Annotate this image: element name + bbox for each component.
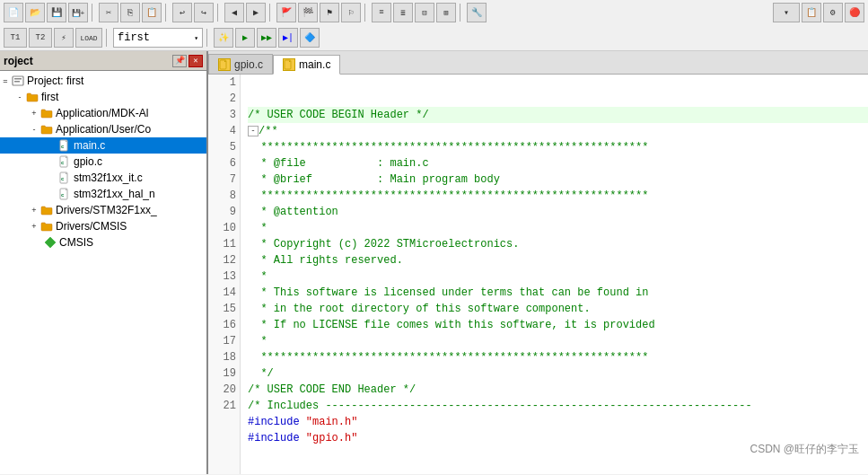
code-text-8: * <box>248 220 267 236</box>
tree-item-main-c[interactable]: cmain.c <box>0 137 206 154</box>
tree-item-stm32-hal[interactable]: cstm32f1xx_hal_n <box>0 186 206 202</box>
code-line-12: * This software is licensed under terms … <box>248 285 868 301</box>
tree-icon-stm32-it: c <box>57 171 72 185</box>
forward-btn[interactable]: ▶ <box>246 3 266 22</box>
tree-item-drivers-cmsis[interactable]: +Drivers/CMSIS <box>0 218 206 234</box>
line-number-11: 11 <box>208 236 236 252</box>
tree-item-app-mdk[interactable]: +Application/MDK-Al <box>0 105 206 121</box>
tree-expand-app-mdk[interactable]: + <box>29 108 39 119</box>
tree-item-first[interactable]: -first <box>0 89 206 105</box>
code-line-14: * If no LICENSE file comes with this sof… <box>248 317 868 333</box>
tab-main[interactable]: main.c <box>273 55 340 75</box>
code-line-17: */ <box>248 365 868 382</box>
align3-btn[interactable]: ⊟ <box>415 3 434 22</box>
flash-btn[interactable]: ⚡ <box>54 28 74 48</box>
tab-icon-main <box>283 58 295 71</box>
line-number-20: 20 <box>208 382 236 398</box>
run4-btn[interactable]: 🔷 <box>300 28 320 48</box>
code-line-20: #include "main.h" <box>248 414 868 430</box>
sep4 <box>269 4 273 22</box>
code-text-2: /** <box>259 123 278 139</box>
tree-icon-gpio-c: c <box>57 154 72 169</box>
tree-expand-root[interactable]: = <box>0 75 11 86</box>
sep3 <box>217 4 221 22</box>
magic-btn[interactable]: ✨ <box>214 28 233 48</box>
line-number-18: 18 <box>208 349 236 365</box>
run-btn[interactable]: ▶ <box>235 28 255 48</box>
tree-icon-drivers-cmsis <box>39 219 54 233</box>
paste-btn[interactable]: 📋 <box>142 3 162 22</box>
bookmark2-btn[interactable]: 🏁 <box>298 3 318 22</box>
line-numbers: 123456789101112131415161718192021 <box>208 75 241 474</box>
tree-item-root[interactable]: =Project: first <box>0 73 206 89</box>
copy-btn[interactable]: ⎘ <box>120 3 140 22</box>
code-text-10: * All rights reserved. <box>248 252 403 268</box>
build-icon-btn[interactable]: 🔧 <box>467 3 487 22</box>
target-btn2[interactable]: T2 <box>29 28 52 48</box>
bookmark4-btn[interactable]: ⚐ <box>341 3 361 22</box>
tree-label-app-mdk: Application/MDK-Al <box>56 107 148 119</box>
code-text-3: ****************************************… <box>248 139 648 155</box>
bookmark3-btn[interactable]: ⚑ <box>320 3 339 22</box>
panel-pin-button[interactable]: 📌 <box>172 55 187 67</box>
code-text-21: #include "gpio.h" <box>248 430 357 446</box>
sep8 <box>206 29 210 47</box>
sep7 <box>106 29 110 47</box>
tab-gpio[interactable]: gpio.c <box>208 54 273 74</box>
redo-btn[interactable]: ↪ <box>194 3 214 22</box>
tree-icon-cmsis <box>43 235 57 250</box>
target-view-btn[interactable]: ▾ <box>773 3 800 22</box>
tab-label-gpio: gpio.c <box>234 58 263 71</box>
align2-btn[interactable]: ≣ <box>393 3 413 22</box>
panel-actions: 📌 ✕ <box>172 55 203 67</box>
tree-item-drivers-stm32[interactable]: +Drivers/STM32F1xx_ <box>0 202 206 218</box>
sep6 <box>460 4 463 22</box>
code-line-18: /* USER CODE END Header */ <box>248 382 868 398</box>
target-btn1[interactable]: T1 <box>4 28 27 48</box>
back-btn[interactable]: ◀ <box>224 3 244 22</box>
code-line-1: /* USER CODE BEGIN Header */ <box>248 107 868 123</box>
tree-item-gpio-c[interactable]: cgpio.c <box>0 154 206 170</box>
tree-expand-first[interactable]: - <box>14 92 25 102</box>
code-line-21: #include "gpio.h" <box>248 430 868 446</box>
cmd2-btn[interactable]: ⚙ <box>823 3 843 22</box>
code-text-19: /* Includes ----------------------------… <box>248 398 752 414</box>
project-panel-header: roject 📌 ✕ <box>0 51 206 71</box>
tree-expand-drivers-stm32[interactable]: + <box>29 205 39 216</box>
align-btn[interactable]: ≡ <box>372 3 391 22</box>
align4-btn[interactable]: ⊞ <box>436 3 456 22</box>
run3-btn[interactable]: ▶| <box>278 28 298 48</box>
code-text-20: #include "main.h" <box>248 414 357 430</box>
tree-item-stm32-it[interactable]: cstm32f1xx_it.c <box>0 170 206 186</box>
open-btn[interactable]: 📂 <box>25 3 45 22</box>
tree-expand-drivers-cmsis[interactable]: + <box>29 221 39 232</box>
cut-btn[interactable]: ✂ <box>99 3 118 22</box>
code-content[interactable]: /* USER CODE BEGIN Header */-/** *******… <box>241 75 868 474</box>
tree-icon-stm32-hal: c <box>57 187 72 201</box>
code-line-8: * <box>248 220 868 236</box>
project-dropdown[interactable]: first ▾ <box>113 28 203 48</box>
bookmark-btn[interactable]: 🚩 <box>276 3 296 22</box>
run2-btn[interactable]: ▶▶ <box>257 28 276 48</box>
code-line-2: -/** <box>248 123 868 139</box>
panel-close-button[interactable]: ✕ <box>189 55 203 67</box>
save-all-btn[interactable]: 💾+ <box>68 3 88 22</box>
undo-btn[interactable]: ↩ <box>172 3 192 22</box>
collapse-btn-2[interactable]: - <box>248 126 259 136</box>
new-btn[interactable]: 📄 <box>4 3 23 22</box>
load-btn[interactable]: LOAD <box>75 28 102 48</box>
tree-icon-app-mdk <box>39 106 54 120</box>
cmd3-btn[interactable]: 🔴 <box>845 3 864 22</box>
code-line-10: * All rights reserved. <box>248 252 868 268</box>
tree-icon-root <box>11 74 25 88</box>
tree-label-drivers-stm32: Drivers/STM32F1xx_ <box>56 204 157 216</box>
tree-item-cmsis[interactable]: CMSIS <box>0 234 206 251</box>
tree-label-main-c: main.c <box>74 139 105 152</box>
project-tree: =Project: first-first+Application/MDK-Al… <box>0 71 206 474</box>
save-btn[interactable]: 💾 <box>47 3 66 22</box>
cmd1-btn[interactable]: 📋 <box>802 3 821 22</box>
line-number-19: 19 <box>208 365 236 382</box>
tree-expand-app-user[interactable]: - <box>29 124 39 135</box>
tree-item-app-user[interactable]: -Application/User/Co <box>0 121 206 137</box>
code-editor: 123456789101112131415161718192021 /* USE… <box>208 75 868 474</box>
